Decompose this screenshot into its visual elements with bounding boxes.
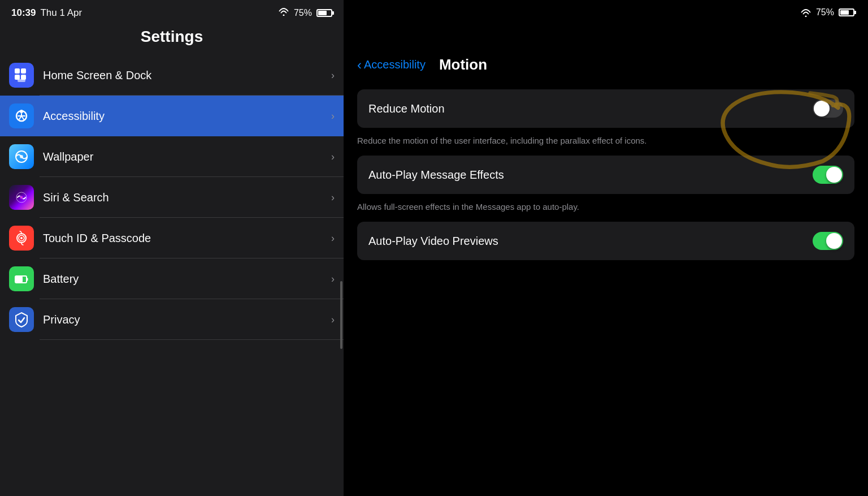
toggle-thumb-video (826, 233, 842, 249)
accessibility-icon (9, 103, 34, 128)
right-content: Reduce Motion Reduce the motion of the u… (344, 85, 868, 269)
auto-play-message-group: Auto-Play Message Effects (357, 156, 854, 194)
chevron-icon-siri: › (331, 192, 335, 204)
touchid-icon (9, 226, 34, 251)
auto-play-video-toggle[interactable] (813, 232, 843, 250)
back-label: Accessibility (364, 58, 426, 71)
auto-play-message-label: Auto-Play Message Effects (368, 169, 504, 182)
battery-percentage: 75% (294, 8, 312, 18)
status-bar: 10:39 Thu 1 Apr 75% (0, 0, 344, 23)
svg-rect-3 (21, 75, 26, 80)
reduce-motion-toggle[interactable] (813, 100, 843, 118)
svg-point-12 (20, 155, 23, 158)
wifi-icon (278, 7, 289, 19)
svg-rect-1 (21, 68, 26, 74)
sidebar-label-home-screen: Home Screen & Dock (43, 69, 151, 82)
chevron-icon-privacy: › (331, 314, 335, 326)
back-chevron-icon: ‹ (357, 57, 362, 73)
right-header: ‹ Accessibility Motion (344, 25, 868, 85)
sidebar-item-battery[interactable]: Battery › (0, 258, 344, 299)
sidebar-list: Home Screen & Dock › Accessibility › (0, 55, 344, 340)
right-battery-text: 75% (816, 7, 834, 18)
page-title: Motion (439, 56, 487, 74)
auto-play-video-label: Auto-Play Video Previews (368, 235, 498, 248)
back-button[interactable]: ‹ Accessibility (357, 57, 426, 73)
home-screen-icon (9, 63, 34, 88)
chevron-icon: › (331, 70, 335, 81)
svg-rect-20 (27, 278, 28, 281)
left-panel: 10:39 Thu 1 Apr 75% Settings (0, 0, 344, 496)
auto-play-message-toggle[interactable] (813, 166, 843, 184)
chevron-icon-battery: › (331, 273, 335, 285)
auto-play-video-row: Auto-Play Video Previews (357, 222, 854, 260)
status-date: Thu 1 Apr (40, 7, 82, 19)
reduce-motion-label: Reduce Motion (368, 102, 445, 115)
sidebar-item-home-screen[interactable]: Home Screen & Dock › (0, 55, 344, 96)
sidebar-item-wallpaper[interactable]: Wallpaper › (0, 136, 344, 177)
chevron-icon-accessibility: › (331, 110, 335, 122)
reduce-motion-row: Reduce Motion (357, 89, 854, 128)
sidebar-label-battery: Battery (43, 273, 79, 286)
wallpaper-icon (9, 144, 34, 169)
reduce-motion-group: Reduce Motion (357, 89, 854, 128)
sidebar-item-touchid[interactable]: Touch ID & Passcode › (0, 218, 344, 258)
settings-title: Settings (0, 23, 344, 55)
sidebar-label-accessibility: Accessibility (43, 110, 105, 123)
svg-rect-4 (18, 79, 25, 82)
toggle-thumb (814, 101, 830, 117)
sidebar-item-privacy[interactable]: Privacy › (0, 299, 344, 340)
sidebar-label-touchid: Touch ID & Passcode (43, 232, 151, 245)
chevron-icon-touchid: › (331, 232, 335, 244)
svg-point-17 (20, 237, 23, 239)
battery-setting-icon (9, 266, 34, 291)
svg-point-14 (20, 196, 23, 199)
right-panel: 75% ‹ Accessibility Motion Reduce Motion… (344, 0, 868, 496)
sidebar-label-siri: Siri & Search (43, 191, 109, 204)
sidebar-item-siri[interactable]: Siri & Search › (0, 177, 344, 218)
svg-rect-2 (15, 75, 20, 80)
reduce-motion-description: Reduce the motion of the user interface,… (357, 132, 854, 156)
auto-play-message-row: Auto-Play Message Effects (357, 156, 854, 194)
sidebar-scrollbar (340, 281, 342, 349)
auto-play-video-group: Auto-Play Video Previews (357, 222, 854, 260)
privacy-icon (9, 307, 34, 332)
svg-rect-0 (15, 68, 20, 74)
sidebar-item-accessibility[interactable]: Accessibility › (0, 96, 344, 136)
auto-play-message-description: Allows full-screen effects in the Messag… (357, 199, 854, 222)
battery-icon (316, 9, 332, 17)
sidebar-label-wallpaper: Wallpaper (43, 150, 93, 163)
sidebar-label-privacy: Privacy (43, 313, 80, 326)
status-time: 10:39 (11, 7, 36, 19)
svg-rect-19 (16, 277, 23, 282)
status-right: 75% (278, 7, 332, 19)
siri-icon (9, 185, 34, 210)
toggle-thumb-message (826, 167, 842, 183)
chevron-icon-wallpaper: › (331, 151, 335, 163)
